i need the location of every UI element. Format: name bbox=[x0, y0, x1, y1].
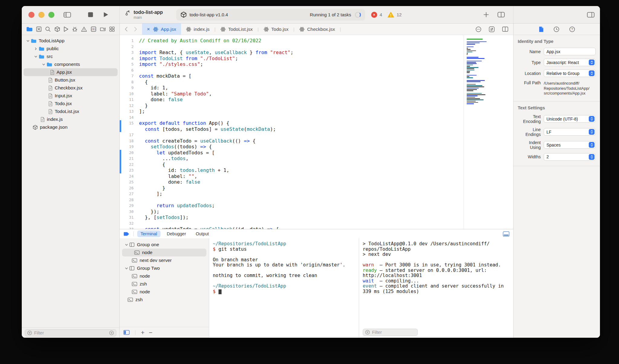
navigator-filter-input[interactable]: Filter bbox=[25, 329, 116, 337]
code-line-21[interactable]: 21 ...todos, bbox=[120, 156, 464, 162]
breakpoint-tag-icon[interactable] bbox=[123, 232, 130, 236]
chevron-down-icon[interactable] bbox=[41, 63, 47, 66]
code-line-15[interactable]: 15export default function App() { bbox=[120, 120, 464, 126]
tab-index-js[interactable]: index.js bbox=[181, 24, 215, 35]
code-line-9[interactable]: 9 id: 1, bbox=[120, 85, 464, 91]
close-window-button[interactable] bbox=[28, 12, 34, 18]
code-line-25[interactable]: 25 done: false bbox=[120, 179, 464, 185]
activity-status-pill[interactable]: todo-list-app v1.0.4 Running 1 of 2 task… bbox=[176, 9, 365, 21]
project-navigator-icon[interactable] bbox=[26, 27, 33, 32]
forward-icon[interactable] bbox=[134, 27, 137, 32]
tree-item-public[interactable]: public bbox=[22, 45, 119, 53]
chevron-down-icon[interactable] bbox=[123, 267, 129, 270]
run-navigator-icon[interactable] bbox=[63, 26, 69, 32]
debug-navigator-icon[interactable] bbox=[72, 26, 78, 32]
code-line-23[interactable]: 23 id: todos.length + 1, bbox=[120, 167, 464, 173]
code-editor[interactable]: 1// Created by Austin Condiff on 02/16/2… bbox=[120, 35, 464, 229]
terminal-group-item-node[interactable]: node bbox=[120, 288, 209, 296]
code-line-7[interactable]: 7const mockData = [ bbox=[120, 73, 464, 79]
code-line-22[interactable]: 22 { bbox=[120, 162, 464, 168]
chevron-right-icon[interactable] bbox=[33, 47, 39, 50]
tree-item-components[interactable]: components bbox=[22, 60, 119, 68]
chevron-down-icon[interactable] bbox=[33, 55, 39, 58]
tree-item-todolistapp[interactable]: TodoListApp bbox=[22, 37, 119, 45]
code-line-32[interactable]: 32 bbox=[120, 221, 464, 227]
encoding-select[interactable]: Unicode (UTF-8) bbox=[544, 115, 596, 123]
code-line-24[interactable]: 24 label: "", bbox=[120, 173, 464, 179]
minimize-window-button[interactable] bbox=[38, 12, 44, 18]
package-navigator-icon[interactable] bbox=[54, 26, 60, 32]
help-inspector-icon[interactable]: ? bbox=[569, 26, 575, 32]
issues-navigator-icon[interactable] bbox=[81, 26, 87, 32]
location-select[interactable]: Relative to Group bbox=[544, 69, 596, 77]
minimap[interactable] bbox=[464, 35, 513, 229]
code-line-16[interactable]: const [todos, setTodos] = useState(mockD… bbox=[120, 126, 464, 132]
terminal-group-item-group-one[interactable]: Group one bbox=[120, 241, 209, 249]
tree-item-checkbox-jsx[interactable]: Checkbox.jsx bbox=[22, 84, 119, 92]
search-navigator-icon[interactable] bbox=[45, 26, 51, 32]
terminal-group-item-next-dev-server[interactable]: next dev server bbox=[120, 256, 209, 264]
terminal-group-item-group-two[interactable]: Group Two bbox=[120, 264, 209, 272]
tree-item-todo-jsx[interactable]: Todo.jsx bbox=[22, 100, 119, 108]
code-line-4[interactable]: 4import TodoList from "./TodoList"; bbox=[120, 56, 464, 62]
chevron-down-icon[interactable] bbox=[123, 243, 129, 246]
zoom-window-button[interactable] bbox=[48, 12, 54, 18]
code-line-18[interactable]: 18 const createTodo = useCallback(() => … bbox=[120, 138, 464, 144]
code-line-5[interactable]: 5import "./styles.css"; bbox=[120, 61, 464, 67]
file-inspector-icon[interactable] bbox=[539, 26, 544, 32]
tree-item-package-json[interactable]: package.json bbox=[22, 123, 119, 131]
terminal-1[interactable]: ~/Repositories/TodoListApp$ git status O… bbox=[209, 238, 359, 327]
add-terminal-button[interactable]: + bbox=[141, 329, 144, 336]
source-control-navigator-icon[interactable] bbox=[36, 26, 42, 32]
toggle-terminal-sidebar-icon[interactable] bbox=[123, 330, 130, 335]
terminal-group-item-zsh[interactable]: zsh bbox=[120, 280, 209, 288]
add-editor-icon[interactable] bbox=[483, 12, 489, 18]
split-editor-icon[interactable] bbox=[497, 12, 505, 18]
tree-item-input-jsx[interactable]: Input.jsx bbox=[22, 92, 119, 100]
toggle-inspector-icon[interactable] bbox=[587, 12, 595, 18]
swap-editor-icon[interactable] bbox=[489, 26, 495, 32]
code-line-19[interactable]: 19 setTodos((todos) => { bbox=[120, 144, 464, 150]
collapse-panel-icon[interactable] bbox=[503, 231, 510, 237]
stop-task-button[interactable] bbox=[88, 12, 93, 17]
tab-todolist-jsx[interactable]: TodoList.jsx bbox=[216, 24, 258, 35]
tab-todo-jsx[interactable]: Todo.jsx bbox=[259, 24, 293, 35]
code-line-10[interactable]: 10 label: "Sample Todo", bbox=[120, 91, 464, 97]
back-icon[interactable] bbox=[125, 27, 128, 32]
code-line-33[interactable]: 33 const updateTodo = useCallback((id, d… bbox=[120, 226, 464, 229]
code-line-3[interactable]: 3import React, { useState, useCallback }… bbox=[120, 50, 464, 56]
bottom-tab-terminal[interactable]: Terminal bbox=[137, 230, 160, 237]
hierarchy-navigator-icon[interactable] bbox=[109, 26, 115, 32]
terminal-group-item-node[interactable]: node bbox=[120, 272, 209, 280]
add-filter-icon[interactable] bbox=[109, 330, 114, 335]
code-line-2[interactable]: 2 bbox=[120, 44, 464, 50]
code-line-29[interactable]: 29 return updatedTodos; bbox=[120, 203, 464, 209]
code-line-31[interactable]: 31 }, [setTodos]); bbox=[120, 214, 464, 221]
tree-item-src[interactable]: src bbox=[22, 53, 119, 60]
code-line-28[interactable]: 28 bbox=[120, 197, 464, 203]
symbols-navigator-icon[interactable]: {0} bbox=[91, 26, 96, 32]
run-task-button[interactable] bbox=[103, 12, 109, 18]
terminal-group-item-zsh[interactable]: zsh bbox=[120, 296, 209, 304]
code-line-17[interactable]: 17 bbox=[120, 132, 464, 138]
tree-item-app-jsx[interactable]: App.jsx bbox=[24, 68, 118, 76]
toggle-sidebar-icon[interactable] bbox=[63, 12, 71, 18]
code-line-12[interactable]: 12 } bbox=[120, 103, 464, 109]
split-view-icon[interactable] bbox=[502, 26, 508, 32]
tab-app-jsx[interactable]: ×App.jsx bbox=[142, 24, 181, 35]
code-line-8[interactable]: 8 { bbox=[120, 79, 464, 85]
terminal-filter-input[interactable]: Filter bbox=[363, 329, 418, 336]
extensions-navigator-icon[interactable] bbox=[100, 26, 106, 32]
name-input[interactable]: App.jsx bbox=[544, 48, 596, 55]
bottom-tab-debugger[interactable]: Debugger bbox=[164, 230, 190, 237]
more-options-icon[interactable] bbox=[475, 26, 481, 32]
terminal-group-item-node[interactable]: node bbox=[122, 249, 206, 256]
remove-terminal-button[interactable]: − bbox=[149, 329, 152, 336]
bottom-tab-output[interactable]: Output bbox=[192, 230, 212, 237]
type-select[interactable]: Javascript: React bbox=[544, 59, 596, 66]
tab-checkbox-jsx[interactable]: Checkbox.jsx bbox=[294, 24, 340, 35]
indent-using-select[interactable]: Spaces bbox=[544, 141, 596, 149]
code-line-26[interactable]: 26 } bbox=[120, 185, 464, 191]
chevron-down-icon[interactable] bbox=[25, 39, 31, 43]
code-line-27[interactable]: 27 ]; bbox=[120, 191, 464, 197]
